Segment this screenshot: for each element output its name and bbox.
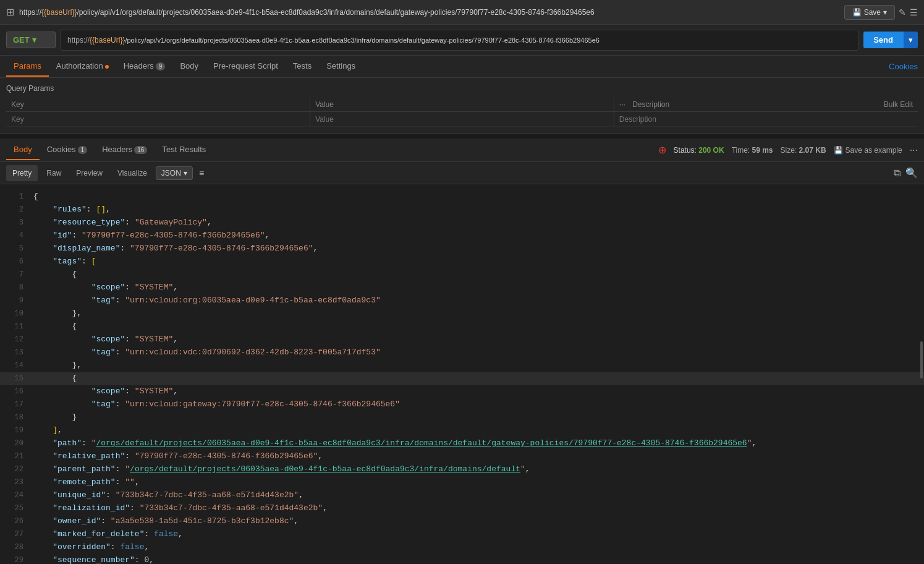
body-view-tabs: Pretty Raw Preview Visualize JSON ▾ ≡ ⧉ … [0,162,924,184]
resp-tab-cookies[interactable]: Cookies1 [40,140,95,160]
save-as-example-button[interactable]: 💾 Save as example [834,146,902,155]
cookies-link[interactable]: Cookies [889,62,918,71]
json-line: 28 "overridden": false, [0,541,924,554]
method-label: GET [13,35,30,45]
json-line: 22 "parent_path": "/orgs/default/project… [0,463,924,476]
send-button[interactable]: Send [863,32,903,48]
json-line: 5 "display_name": "79790f77-e28c-4305-87… [0,242,924,255]
search-icon[interactable]: 🔍 [905,167,918,179]
copy-icon[interactable]: ⧉ [894,168,901,179]
status-error-icon: ⊕ [658,144,666,156]
query-params-section: Query Params Key Value ··· Description B… [0,78,924,134]
status-code: 200 OK [698,146,724,155]
save-button[interactable]: 💾 Save ▾ [844,5,895,20]
tab-tests[interactable]: Tests [286,56,319,77]
json-line: 29 "sequence_number": 0, [0,554,924,564]
url-suffix: /policy/api/v1/orgs/default/projects/060… [125,36,599,44]
body-view-tab-pretty[interactable]: Pretty [6,165,38,181]
json-line: 11 { [0,320,924,333]
body-view-tab-visualize[interactable]: Visualize [111,165,153,181]
send-group: Send ▾ [863,32,918,48]
url-input[interactable]: https://{{baseUrl}}/policy/api/v1/orgs/d… [61,30,858,51]
json-line: 16 "scope": "SYSTEM", [0,385,924,398]
json-line: 23 "remote_path": "", [0,476,924,489]
json-line: 8 "scope": "SYSTEM", [0,281,924,294]
format-dropdown-icon: ▾ [184,169,187,177]
request-bar: GET ▾ https://{{baseUrl}}/policy/api/v1/… [0,25,924,56]
authorization-dot [105,65,109,69]
url-base-var: {{baseUrl}} [41,8,77,17]
tab-authorization[interactable]: Authorization [49,56,116,77]
json-line: 21 "relative_path": "79790f77-e28c-4305-… [0,450,924,463]
dots-icon: ··· [619,100,625,109]
size-label: Size: 2.07 KB [781,146,826,155]
url-prefix: https:// [19,8,41,17]
method-dropdown-icon: ▾ [32,35,36,45]
col-desc: ··· Description Bulk Edit [614,98,918,112]
top-bar: ⊞ https://{{baseUrl}}/policy/api/v1/orgs… [0,0,924,25]
url-path: /policy/api/v1/orgs/default/projects/060… [77,8,594,17]
value-input[interactable] [315,115,609,124]
params-table: Key Value ··· Description Bulk Edit [6,98,918,127]
col-value: Value [310,98,614,112]
tab-prerequest[interactable]: Pre-request Script [206,56,286,77]
top-bar-actions: 💾 Save ▾ ✎ ☰ [844,5,918,20]
json-line: 2 "rules": [], [0,203,924,216]
app-icon: ⊞ [6,6,14,18]
json-line: 4 "id": "79790f77-e28c-4305-8746-f366b29… [0,229,924,242]
save-example-icon: 💾 [834,146,843,155]
json-line: 14 }, [0,359,924,372]
save-example-label: Save as example [846,146,902,155]
resp-tab-testresults[interactable]: Test Results [155,140,213,160]
key-input[interactable] [11,115,305,124]
send-label: Send [873,35,893,45]
json-line: 13 "tag": "urn:vcloud:vdc:0d790692-d362-… [0,346,924,359]
resp-tab-body[interactable]: Body [6,140,40,160]
json-line: 24 "unique_id": "733b34c7-7dbc-4f35-aa68… [0,489,924,502]
body-view-tab-raw[interactable]: Raw [40,165,67,181]
json-line: 17 "tag": "urn:vcloud:gateway:79790f77-e… [0,398,924,411]
json-line: 27 "marked_for_delete": false, [0,528,924,541]
edit-icon[interactable]: ✎ [899,7,906,17]
body-view-actions: ⧉ 🔍 [894,167,918,179]
headers-count: 9 [156,62,166,70]
note-icon[interactable]: ☰ [910,7,918,17]
resp-headers-count: 16 [134,146,147,154]
col-key: Key [6,98,310,112]
body-view-tab-preview[interactable]: Preview [70,165,109,181]
json-line: 1 { [0,190,924,203]
table-row [6,112,918,127]
tab-params[interactable]: Params [6,56,49,77]
desc-input[interactable] [619,115,913,124]
section-divider [0,134,924,139]
send-dropdown-button[interactable]: ▾ [903,32,918,48]
json-line: 15 { [0,372,924,385]
url-prefix: https:// [67,36,90,45]
query-params-title: Query Params [6,84,918,93]
save-icon: 💾 [852,8,862,17]
tab-body[interactable]: Body [172,56,206,77]
json-line: 25 "realization_id": "733b34c7-7dbc-4f35… [0,502,924,515]
resp-tab-headers[interactable]: Headers16 [95,140,155,160]
tab-settings[interactable]: Settings [319,56,363,77]
bulk-edit-link[interactable]: Bulk Edit [884,100,913,109]
save-dropdown-icon: ▾ [883,8,887,17]
scrollbar[interactable] [920,341,923,378]
filter-icon[interactable]: ≡ [199,168,204,178]
response-section: Body Cookies1 Headers16 Test Results ⊕ S… [0,139,924,564]
status-label: Status: 200 OK [674,146,724,155]
json-line: 19 ], [0,424,924,437]
method-select[interactable]: GET ▾ [6,32,56,48]
format-select[interactable]: JSON ▾ [156,166,193,180]
json-line: 6 "tags": [ [0,255,924,268]
json-line: 7 { [0,268,924,281]
more-options-icon[interactable]: ··· [910,145,918,156]
tab-headers[interactable]: Headers9 [116,56,173,77]
response-tabs: Body Cookies1 Headers16 Test Results ⊕ S… [0,139,924,162]
json-line: 10 }, [0,307,924,320]
save-label: Save [864,8,881,17]
resp-status: ⊕ Status: 200 OK Time: 59 ms Size: 2.07 … [658,144,918,156]
format-label: JSON [161,169,181,177]
json-line: 12 "scope": "SYSTEM", [0,333,924,346]
json-line: 20 "path": "/orgs/default/projects/06035… [0,437,924,450]
